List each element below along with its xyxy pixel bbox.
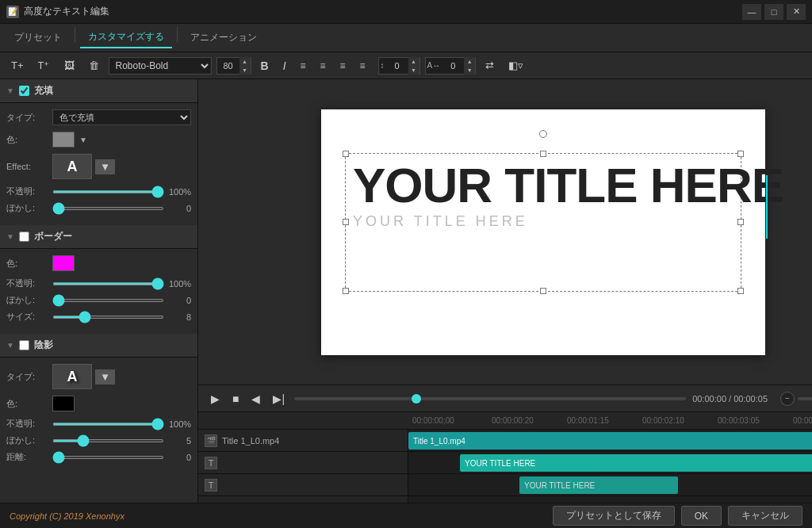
next-button[interactable]: ▶| (270, 391, 288, 407)
shadow-type-row: タイプ: A ▼ (6, 364, 191, 389)
bottom-bar: Copyright (C) 2019 Xenonhyx プリセットとして保存 O… (0, 503, 812, 528)
tab-bar: プリセット カスタマイズする アニメーション (0, 24, 812, 52)
shadow-opacity-slider[interactable] (52, 423, 164, 426)
main-text[interactable]: YOUR TITLE HERE (353, 161, 783, 210)
save-preset-button[interactable]: プリセットとして保存 (553, 506, 675, 526)
fill-type-select[interactable]: 色で充填 (52, 109, 191, 125)
align-right-button[interactable]: ≡ (335, 58, 350, 74)
track-clip-2[interactable]: YOUR TITLE HERE (519, 476, 678, 494)
delete-button[interactable]: 🗑 (84, 57, 104, 74)
font-size-down[interactable]: ▼ (239, 66, 251, 75)
fill-opacity-slider[interactable] (52, 190, 164, 193)
add-text2-button[interactable]: T⁺ (33, 57, 55, 74)
shadow-section-header[interactable]: ▼ 陰影 (0, 334, 197, 358)
window-controls: — □ ✕ (742, 4, 806, 20)
font-size-up[interactable]: ▲ (239, 57, 251, 66)
preview-area: YOUR TITLE HERE YOUR TITLE HERE (198, 79, 812, 385)
tab-preset[interactable]: プリセット (6, 27, 70, 48)
italic-button[interactable]: I (278, 57, 291, 75)
minimize-button[interactable]: — (742, 4, 761, 20)
line-height-up[interactable]: ▲ (408, 57, 419, 66)
font-size-arrows: ▲ ▼ (239, 57, 251, 75)
text-toolbar: T+ T⁺ 🖼 🗑 Roboto-Bold ▲ ▼ B I ≡ ≡ ≡ ≡ ↕ … (0, 52, 812, 79)
fill-color-arrow[interactable]: ▼ (79, 136, 87, 144)
rotate-handle[interactable] (539, 130, 547, 138)
image-button[interactable]: 🖼 (59, 57, 79, 74)
vol-minus-button[interactable]: − (780, 392, 795, 406)
handle-tl[interactable] (343, 151, 349, 157)
shadow-effect-box: A (52, 364, 92, 389)
fill-section-header[interactable]: ▼ 充填 (0, 79, 197, 103)
shadow-opacity-label: 不透明: (6, 418, 48, 430)
border-blur-row: ぼかし: 0 (6, 294, 191, 306)
maximize-button[interactable]: □ (764, 4, 783, 20)
fill-effect-row: Effect: A ▼ (6, 154, 191, 179)
fill-effect-arrow[interactable]: ▼ (95, 159, 115, 174)
border-chevron: ▼ (6, 232, 14, 241)
handle-lm[interactable] (343, 219, 349, 225)
flip-button[interactable]: ⇄ (481, 57, 499, 74)
font-size-input[interactable] (217, 61, 239, 71)
fill-effect-label: Effect: (6, 162, 48, 171)
prev-button[interactable]: ◀ (248, 391, 263, 407)
border-color-row: 色: (6, 255, 191, 271)
handle-br[interactable] (737, 288, 744, 294)
layers-button[interactable]: ◧▿ (504, 57, 528, 74)
handle-tm[interactable] (540, 151, 546, 157)
stop-button[interactable]: ■ (229, 391, 242, 407)
line-height-input[interactable] (386, 61, 408, 71)
add-text-button[interactable]: T+ (6, 57, 29, 74)
fill-chevron: ▼ (6, 86, 14, 95)
tab-animation[interactable]: アニメーション (182, 27, 265, 48)
border-color-swatch[interactable] (52, 255, 75, 271)
handle-bl[interactable] (343, 288, 349, 294)
shadow-dist-slider[interactable] (52, 456, 164, 459)
shadow-dist-value: 0 (169, 453, 191, 462)
border-size-slider[interactable] (52, 316, 164, 319)
align-left-button[interactable]: ≡ (296, 58, 311, 74)
align-justify-button[interactable]: ≡ (355, 58, 370, 74)
border-section-header[interactable]: ▼ ボーダー (0, 225, 197, 249)
text-cursor (766, 175, 768, 239)
fill-color-swatch[interactable] (52, 132, 75, 147)
ok-button[interactable]: OK (681, 506, 722, 526)
shadow-blur-slider[interactable] (52, 439, 164, 442)
letter-spacing-up[interactable]: ▲ (464, 57, 475, 66)
track-clip-0[interactable]: Title 1_L0.mp4 (408, 432, 812, 450)
bold-button[interactable]: B (256, 57, 274, 75)
border-opacity-slider[interactable] (52, 282, 164, 285)
title-bar-left: 📝 高度なテキスト編集 (6, 5, 109, 18)
font-select[interactable]: Roboto-Bold (109, 57, 212, 75)
tab-customize[interactable]: カスタマイズする (80, 27, 172, 48)
timeline-content: 🎬 Title 1_L0.mp4 T T (198, 430, 812, 503)
align-center-button[interactable]: ≡ (316, 58, 331, 74)
letter-spacing-spinbox[interactable]: A↔ ▲ ▼ (425, 57, 477, 75)
sub-text[interactable]: YOUR TITLE HERE (353, 213, 783, 230)
line-height-spinbox[interactable]: ↕ ▲ ▼ (378, 57, 420, 75)
font-size-spinbox[interactable]: ▲ ▼ (216, 57, 251, 75)
shadow-color-swatch[interactable] (52, 396, 75, 411)
shadow-section-title: 陰影 (34, 339, 53, 352)
cancel-button[interactable]: キャンセル (728, 506, 802, 526)
shadow-effect-arrow[interactable]: ▼ (95, 369, 115, 385)
track-clip-1[interactable]: YOUR TITLE HERE (460, 454, 812, 472)
border-blur-slider[interactable] (52, 299, 164, 302)
title-bar-title: 高度なテキスト編集 (24, 5, 109, 18)
shadow-checkbox[interactable] (19, 340, 29, 350)
letter-spacing-input[interactable] (442, 61, 464, 71)
play-button[interactable]: ▶ (208, 391, 223, 407)
fill-blur-slider[interactable] (52, 207, 164, 210)
handle-bm[interactable] (540, 288, 546, 294)
ruler-mark-2: 00:00:01:15 (567, 416, 642, 425)
playback-progress[interactable] (294, 397, 686, 400)
border-checkbox[interactable] (19, 231, 29, 242)
vol-slider[interactable] (798, 397, 812, 400)
fill-section-title: 充填 (34, 84, 53, 98)
line-height-down[interactable]: ▼ (408, 66, 419, 75)
close-button[interactable]: ✕ (787, 4, 806, 20)
fill-checkbox[interactable] (19, 86, 29, 96)
clip-label-1: YOUR TITLE HERE (465, 459, 535, 468)
letter-spacing-down[interactable]: ▼ (464, 66, 475, 75)
handle-tr[interactable] (737, 151, 744, 157)
ruler-mark-5: 00:00:04:00 (793, 416, 812, 425)
